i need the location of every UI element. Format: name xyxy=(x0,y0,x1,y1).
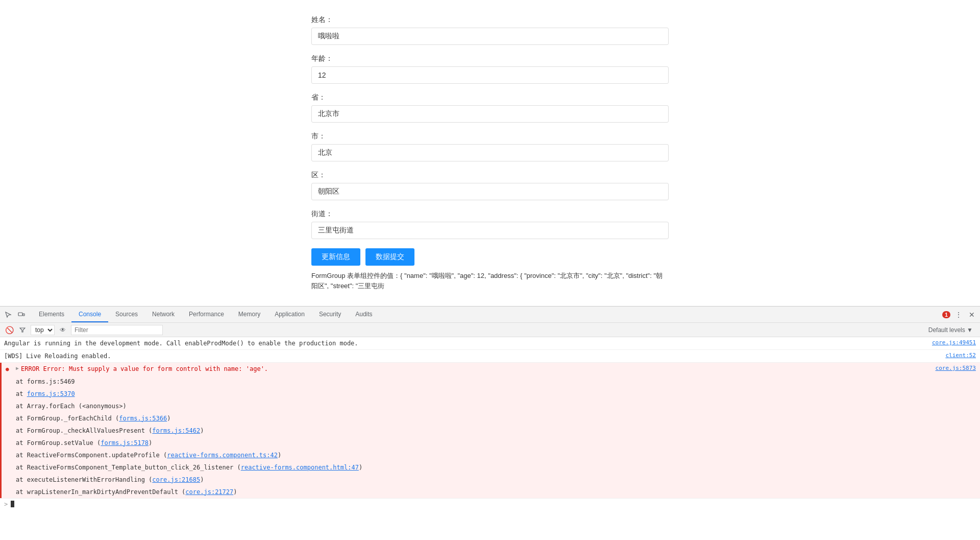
district-input[interactable] xyxy=(311,183,669,200)
console-error-block: ● ▶ ERROR Error: Must supply a value for… xyxy=(0,363,980,498)
province-field-group: 省： xyxy=(311,93,669,123)
devtools-panel: Elements Console Sources Network Perform… xyxy=(0,306,980,540)
console-error-main: ● ▶ ERROR Error: Must supply a value for… xyxy=(2,363,980,375)
stack-line: at ReactiveFormsComponent_Template_butto… xyxy=(2,461,980,474)
name-input[interactable] xyxy=(311,28,669,45)
age-input[interactable] xyxy=(311,66,669,84)
form-container: 姓名： 年龄： 省： 市： 区： 街道： 更新信息 xyxy=(311,10,669,296)
stack-link[interactable]: core.js:21727 xyxy=(185,488,233,496)
console-source-link[interactable]: core.js:5873 xyxy=(936,364,976,373)
clear-console-icon[interactable]: 🚫 xyxy=(4,325,14,335)
city-field-group: 市： xyxy=(311,132,669,161)
stack-text: at ReactiveFormsComponent.updateProfile … xyxy=(16,451,976,460)
street-label: 街道： xyxy=(311,209,669,219)
prompt-cursor xyxy=(11,501,14,507)
device-toggle-icon[interactable] xyxy=(16,310,27,320)
city-label: 市： xyxy=(311,132,669,141)
console-prompt[interactable]: > xyxy=(0,498,980,510)
filter-input[interactable] xyxy=(71,325,163,335)
stack-text: at forms.js:5469 xyxy=(16,377,976,386)
stack-line: at FormGroup.setValue (forms.js:5178) xyxy=(2,437,980,449)
tab-memory[interactable]: Memory xyxy=(231,307,267,322)
eye-icon[interactable]: 👁 xyxy=(58,325,68,335)
error-badge: 1 xyxy=(942,311,950,318)
stack-text: at FormGroup._forEachChild (forms.js:536… xyxy=(16,414,976,423)
console-line: Angular is running in the development mo… xyxy=(0,337,980,350)
stack-line: at FormGroup._forEachChild (forms.js:536… xyxy=(2,412,980,425)
console-error-text: ERROR Error: Must supply a value for for… xyxy=(21,364,935,373)
devtools-right-icons: 1 ⋮ ✕ xyxy=(942,310,977,320)
tab-audits[interactable]: Audits xyxy=(348,307,379,322)
tab-network[interactable]: Network xyxy=(145,307,182,322)
tab-console[interactable]: Console xyxy=(71,307,108,322)
stack-link[interactable]: forms.js:5370 xyxy=(27,390,75,397)
district-field-group: 区： xyxy=(311,171,669,200)
error-icon: ● xyxy=(6,365,13,374)
street-field-group: 街道： xyxy=(311,209,669,239)
stack-line: at executeListenerWithErrorHandling (cor… xyxy=(2,474,980,486)
devtools-top-bar: Elements Console Sources Network Perform… xyxy=(0,307,980,323)
main-content: 姓名： 年龄： 省： 市： 区： 街道： 更新信息 xyxy=(0,0,980,306)
stack-link[interactable]: forms.js:5462 xyxy=(152,427,200,434)
street-input[interactable] xyxy=(311,222,669,239)
stack-link[interactable]: forms.js:5178 xyxy=(101,439,149,447)
svg-rect-1 xyxy=(23,314,24,316)
context-selector[interactable]: top xyxy=(31,325,55,335)
stack-line: at forms.js:5370 xyxy=(2,388,980,400)
console-content: Angular is running in the development mo… xyxy=(0,337,980,540)
stack-text: at FormGroup.setValue (forms.js:5178) xyxy=(16,438,976,448)
stack-line: at FormGroup._checkAllValuesPresent (for… xyxy=(2,425,980,437)
stack-link[interactable]: reactive-forms.component.ts:42 xyxy=(167,452,278,459)
province-input[interactable] xyxy=(311,105,669,123)
tab-security[interactable]: Security xyxy=(312,307,348,322)
error-expand-icon[interactable]: ▶ xyxy=(16,364,19,372)
district-label: 区： xyxy=(311,171,669,180)
province-label: 省： xyxy=(311,93,669,102)
stack-link[interactable]: reactive-forms.component.html:47 xyxy=(241,464,359,471)
console-line: [WDS] Live Reloading enabled. client:52 xyxy=(0,350,980,363)
stack-line: at Array.forEach (<anonymous>) xyxy=(2,400,980,412)
tab-performance[interactable]: Performance xyxy=(182,307,231,322)
svg-rect-0 xyxy=(18,313,22,316)
stack-text: at executeListenerWithErrorHandling (cor… xyxy=(16,475,976,484)
stack-line: at ReactiveFormsComponent.updateProfile … xyxy=(2,449,980,461)
tab-sources[interactable]: Sources xyxy=(108,307,145,322)
stack-link[interactable]: forms.js:5366 xyxy=(119,415,167,422)
name-label: 姓名： xyxy=(311,15,669,25)
age-field-group: 年龄： xyxy=(311,54,669,84)
console-toolbar: 🚫 top 👁 Default levels ▼ xyxy=(0,323,980,337)
age-label: 年龄： xyxy=(311,54,669,63)
city-input[interactable] xyxy=(311,144,669,161)
prompt-arrow: > xyxy=(4,501,8,508)
stack-text: at forms.js:5370 xyxy=(16,389,976,398)
submit-button[interactable]: 数据提交 xyxy=(365,248,414,266)
inspect-element-icon[interactable] xyxy=(3,310,13,320)
close-devtools-icon[interactable]: ✕ xyxy=(967,310,977,320)
update-button[interactable]: 更新信息 xyxy=(311,248,360,266)
button-group: 更新信息 数据提交 xyxy=(311,248,669,266)
devtools-left-icons xyxy=(3,310,27,320)
tab-application[interactable]: Application xyxy=(267,307,312,322)
console-message-text: Angular is running in the development mo… xyxy=(4,339,932,348)
name-field-group: 姓名： xyxy=(311,15,669,45)
form-data-preview: FormGroup 表单组控件的值：{ "name": "哦啦啦", "age"… xyxy=(311,271,669,291)
stack-text: at ReactiveFormsComponent_Template_butto… xyxy=(16,463,976,472)
default-levels-button[interactable]: Default levels ▼ xyxy=(925,325,976,335)
stack-text: at Array.forEach (<anonymous>) xyxy=(16,402,976,411)
stack-text: at wrapListenerIn_markDirtyAndPreventDef… xyxy=(16,487,976,497)
console-source-link[interactable]: client:52 xyxy=(945,351,976,360)
stack-line: at forms.js:5469 xyxy=(2,375,980,388)
tab-elements[interactable]: Elements xyxy=(32,307,71,322)
more-options-icon[interactable]: ⋮ xyxy=(953,310,964,320)
stack-link[interactable]: core.js:21685 xyxy=(152,476,200,483)
filter-toggle-icon[interactable] xyxy=(17,325,28,335)
devtools-tabs: Elements Console Sources Network Perform… xyxy=(32,307,380,322)
stack-line: at wrapListenerIn_markDirtyAndPreventDef… xyxy=(2,486,980,498)
console-message-text: [WDS] Live Reloading enabled. xyxy=(4,351,945,361)
stack-text: at FormGroup._checkAllValuesPresent (for… xyxy=(16,426,976,435)
console-source-link[interactable]: core.js:49451 xyxy=(932,339,976,347)
